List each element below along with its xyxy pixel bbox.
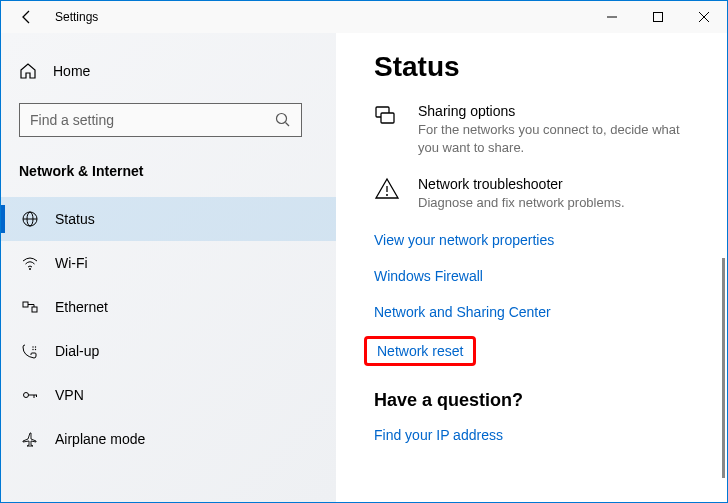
svg-point-20: [386, 194, 388, 196]
svg-rect-1: [654, 13, 663, 22]
svg-line-5: [286, 123, 290, 127]
sidebar-item-label: Ethernet: [55, 299, 108, 315]
sidebar-item-vpn[interactable]: VPN: [1, 373, 336, 417]
question-heading: Have a question?: [374, 390, 727, 411]
close-button[interactable]: [681, 1, 727, 33]
svg-point-12: [32, 346, 33, 347]
svg-point-4: [277, 114, 287, 124]
ethernet-icon: [21, 298, 39, 316]
sidebar-item-ethernet[interactable]: Ethernet: [1, 285, 336, 329]
maximize-button[interactable]: [635, 1, 681, 33]
option-title: Sharing options: [418, 103, 697, 119]
option-text: Sharing options For the networks you con…: [418, 103, 727, 156]
search-icon: [275, 112, 291, 128]
sidebar-item-status[interactable]: Status: [1, 197, 336, 241]
wifi-icon: [21, 254, 39, 272]
dialup-icon: [21, 342, 39, 360]
svg-rect-11: [32, 307, 37, 312]
troubleshooter-icon: [374, 176, 400, 202]
window-title: Settings: [55, 10, 98, 24]
option-sharing[interactable]: Sharing options For the networks you con…: [374, 103, 727, 156]
option-desc: For the networks you connect to, decide …: [418, 121, 697, 156]
sidebar: Home Network & Internet Status Wi-Fi Eth…: [1, 33, 336, 502]
home-nav[interactable]: Home: [19, 51, 336, 91]
svg-point-14: [32, 349, 33, 350]
sidebar-item-label: Wi-Fi: [55, 255, 88, 271]
option-desc: Diagnose and fix network problems.: [418, 194, 625, 212]
minimize-button[interactable]: [589, 1, 635, 33]
option-text: Network troubleshooter Diagnose and fix …: [418, 176, 655, 212]
sidebar-item-label: Airplane mode: [55, 431, 145, 447]
links-block: View your network properties Windows Fir…: [374, 232, 727, 386]
svg-point-13: [35, 346, 36, 347]
search-box[interactable]: [19, 103, 302, 137]
svg-point-16: [24, 393, 29, 398]
category-label: Network & Internet: [19, 163, 336, 179]
window-controls: [589, 1, 727, 33]
page-title: Status: [374, 51, 727, 83]
content-area: Home Network & Internet Status Wi-Fi Eth…: [1, 33, 727, 502]
back-icon[interactable]: [19, 9, 35, 25]
svg-point-9: [29, 268, 31, 270]
home-icon: [19, 62, 37, 80]
scrollbar[interactable]: [722, 258, 725, 478]
search-input[interactable]: [30, 112, 275, 128]
titlebar: Settings: [1, 1, 727, 33]
link-network-reset[interactable]: Network reset: [364, 336, 476, 366]
vpn-icon: [21, 386, 39, 404]
svg-rect-10: [23, 302, 28, 307]
sidebar-item-wifi[interactable]: Wi-Fi: [1, 241, 336, 285]
nav-list: Status Wi-Fi Ethernet Dial-up VPN Airpla…: [1, 197, 336, 461]
sharing-icon: [374, 103, 400, 129]
airplane-icon: [21, 430, 39, 448]
link-view-properties[interactable]: View your network properties: [374, 232, 727, 248]
main-panel: Status Sharing options For the networks …: [336, 33, 727, 502]
link-firewall[interactable]: Windows Firewall: [374, 268, 727, 284]
option-title: Network troubleshooter: [418, 176, 625, 192]
globe-icon: [21, 210, 39, 228]
svg-point-15: [35, 349, 36, 350]
sidebar-item-label: Status: [55, 211, 95, 227]
sidebar-item-dialup[interactable]: Dial-up: [1, 329, 336, 373]
svg-rect-18: [381, 113, 394, 123]
home-label: Home: [53, 63, 90, 79]
sidebar-item-label: VPN: [55, 387, 84, 403]
link-find-ip[interactable]: Find your IP address: [374, 427, 727, 443]
option-troubleshooter[interactable]: Network troubleshooter Diagnose and fix …: [374, 176, 727, 212]
link-sharing-center[interactable]: Network and Sharing Center: [374, 304, 727, 320]
sidebar-item-airplane[interactable]: Airplane mode: [1, 417, 336, 461]
sidebar-item-label: Dial-up: [55, 343, 99, 359]
